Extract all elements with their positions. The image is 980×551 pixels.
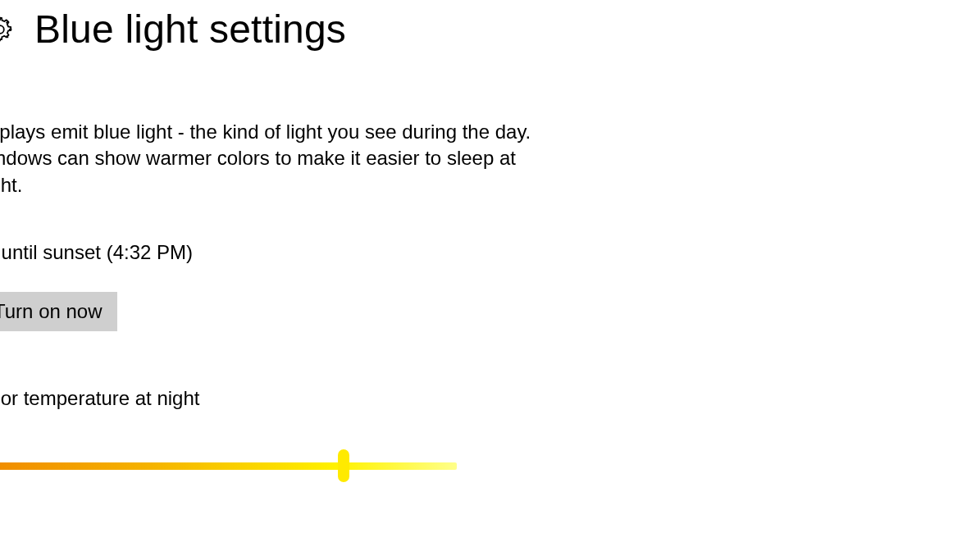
page-title: Blue light settings bbox=[34, 7, 346, 52]
description-line-3: ight. bbox=[0, 174, 22, 196]
slider-thumb[interactable] bbox=[338, 449, 349, 482]
gear-icon bbox=[0, 15, 15, 44]
slider-track bbox=[0, 462, 457, 470]
color-temperature-label: olor temperature at night bbox=[0, 387, 609, 410]
description-line-1: isplays emit blue light - the kind of li… bbox=[0, 121, 531, 143]
color-temperature-slider[interactable] bbox=[0, 446, 457, 485]
page-header: Blue light settings bbox=[0, 0, 980, 52]
description-text: isplays emit blue light - the kind of li… bbox=[0, 119, 609, 198]
svg-point-0 bbox=[0, 25, 4, 34]
status-text: ff until sunset (4:32 PM) bbox=[0, 241, 609, 264]
turn-on-now-button[interactable]: Turn on now bbox=[0, 292, 117, 331]
description-line-2: /indows can show warmer colors to make i… bbox=[0, 147, 516, 169]
main-content: isplays emit blue light - the kind of li… bbox=[0, 119, 609, 485]
